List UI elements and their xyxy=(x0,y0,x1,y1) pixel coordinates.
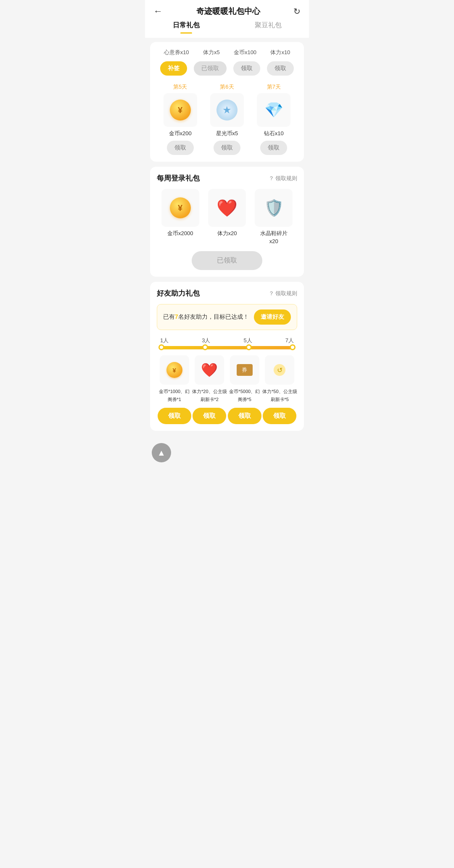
collect-day5[interactable]: 领取 xyxy=(167,141,194,155)
friend-collect-2[interactable]: 领取 xyxy=(228,408,261,424)
coin-icon-friend-0 xyxy=(166,362,182,378)
day-5-label: 第5天 xyxy=(159,83,201,91)
top-reward-2: 金币x100 xyxy=(234,49,256,56)
friend-rules-link[interactable]: ？ 领取规则 xyxy=(269,290,297,297)
weekly-claimed-button[interactable]: 已领取 xyxy=(192,251,262,270)
reward-item-day7: 钻石x10 xyxy=(253,93,295,137)
reward-item-day6: 星光币x5 xyxy=(206,93,248,137)
progress-label-0: 1人 xyxy=(160,337,169,344)
weekly-icon-heart: ❤️ xyxy=(208,189,246,227)
friend-progress: 1人 3人 5人 7人 xyxy=(157,337,297,350)
reward-name-day6: 星光币x5 xyxy=(216,130,238,136)
header: ← 奇迹暖暖礼包中心 ↻ xyxy=(145,0,309,17)
weekly-gift-card: 每周登录礼包 ？ 领取规则 金币x2000 ❤️ 体力x20 🛡 xyxy=(150,167,304,277)
days-label-row: 第5天 第6天 第7天 xyxy=(157,83,297,91)
weekly-rules-label: 领取规则 xyxy=(275,175,297,182)
back-button[interactable]: ← xyxy=(153,7,163,16)
reward-name-day7: 钻石x10 xyxy=(264,130,284,136)
progress-dot-0 xyxy=(158,344,164,350)
friend-collect-1[interactable]: 领取 xyxy=(193,408,226,424)
day-6-label: 第6天 xyxy=(206,83,248,91)
weekly-reward-1: ❤️ 体力x20 xyxy=(206,189,248,245)
reward-icon-day5 xyxy=(164,93,197,127)
daily-top-buttons: 补签 已领取 领取 领取 xyxy=(157,61,297,76)
collect-day6[interactable]: 领取 xyxy=(214,141,240,155)
friend-reward-name-1: 体力*20、公主级刷新卡*2 xyxy=(192,389,227,401)
friend-reward-2: 金币*5000、幻阁券*5 xyxy=(227,355,262,403)
diamond-icon-day7 xyxy=(263,100,284,121)
weekly-reward-0: 金币x2000 xyxy=(159,189,201,245)
tab-beans[interactable]: 聚豆礼包 xyxy=(227,21,309,38)
main-content: 心意券x10 体力x5 金币x100 体力x10 补签 已领取 领取 领取 第5… xyxy=(145,38,309,440)
friend-reward-name-3: 体力*50、公主级刷新卡*5 xyxy=(262,389,297,401)
friend-gift-card: 好友助力礼包 ？ 领取规则 已有7名好友助力，目标已达成！ 邀请好友 1人 3人… xyxy=(150,282,304,431)
friend-reward-icon-3 xyxy=(265,355,294,385)
progress-label-2: 5人 xyxy=(244,337,252,344)
invite-friend-button[interactable]: 邀请好友 xyxy=(254,309,291,325)
progress-dot-3 xyxy=(290,344,296,350)
page-title: 奇迹暖暖礼包中心 xyxy=(163,6,293,17)
reward-item-day5: 金币x200 xyxy=(159,93,201,137)
weekly-reward-items: 金币x2000 ❤️ 体力x20 🛡️ 水晶鞋碎片 x20 xyxy=(157,189,297,245)
friend-reward-name-2: 金币*5000、幻阁券*5 xyxy=(229,389,260,401)
up-icon: ▲ xyxy=(157,448,166,458)
friend-reward-3: 体力*50、公主级刷新卡*5 xyxy=(262,355,298,403)
weekly-icon-coin xyxy=(161,189,199,227)
tab-bar: 日常礼包 聚豆礼包 xyxy=(145,17,309,38)
weekly-title: 每周登录礼包 xyxy=(157,173,200,183)
supplement-button[interactable]: 补签 xyxy=(160,61,187,76)
weekly-name-2: 水晶鞋碎片 x20 xyxy=(260,230,288,244)
reward-icon-day7 xyxy=(257,93,290,127)
reward-name-day5: 金币x200 xyxy=(169,130,192,136)
refresh-button[interactable]: ↻ xyxy=(293,6,301,16)
weekly-reward-2: 🛡️ 水晶鞋碎片 x20 xyxy=(253,189,295,245)
top-reward-0: 心意券x10 xyxy=(164,49,189,56)
heart-icon-friend: ❤️ xyxy=(201,362,218,378)
collect-button-0[interactable]: 领取 xyxy=(233,61,260,76)
heart-icon-weekly: ❤️ xyxy=(216,198,238,218)
progress-labels: 1人 3人 5人 7人 xyxy=(157,337,297,344)
progress-dot-1 xyxy=(202,344,208,350)
weekly-header: 每周登录礼包 ？ 领取规则 xyxy=(157,173,297,183)
collect-day7[interactable]: 领取 xyxy=(260,141,287,155)
friend-collect-3[interactable]: 领取 xyxy=(263,408,296,424)
collect-button-1[interactable]: 领取 xyxy=(267,61,294,76)
friend-reward-icon-2 xyxy=(230,355,259,385)
friend-collect-0[interactable]: 领取 xyxy=(158,408,191,424)
friend-rewards: 金币*1000、幻阁券*1 ❤️ 体力*20、公主级刷新卡*2 金币*5000、… xyxy=(157,355,297,403)
top-reward-3: 体力x10 xyxy=(270,49,290,56)
weekly-rules-link[interactable]: ？ 领取规则 xyxy=(269,175,297,182)
friend-reward-1: ❤️ 体力*20、公主级刷新卡*2 xyxy=(192,355,227,403)
friend-header: 好友助力礼包 ？ 领取规则 xyxy=(157,288,297,298)
friend-reward-icon-0 xyxy=(160,355,189,385)
progress-label-1: 3人 xyxy=(202,337,210,344)
daily-collect-buttons: 领取 领取 领取 xyxy=(157,141,297,155)
friend-banner-text: 已有7名好友助力，目标已达成！ xyxy=(163,313,249,321)
refresh-icon-friend xyxy=(274,364,285,376)
progress-dot-2 xyxy=(246,344,252,350)
friend-reward-icon-1: ❤️ xyxy=(195,355,224,385)
shield-icon-weekly: 🛡️ xyxy=(264,199,284,217)
reward-icon-day6 xyxy=(210,93,244,127)
friend-reward-name-0: 金币*1000、幻阁券*1 xyxy=(159,389,190,401)
friend-title: 好友助力礼包 xyxy=(157,288,200,298)
progress-track xyxy=(160,346,294,349)
scroll-up-button[interactable]: ▲ xyxy=(152,443,171,462)
tab-daily[interactable]: 日常礼包 xyxy=(145,21,227,38)
daily-reward-items: 金币x200 星光币x5 钻石x10 xyxy=(157,93,297,137)
friend-rules-label: 领取规则 xyxy=(275,290,297,297)
star-icon-day6 xyxy=(216,100,238,121)
day-7-label: 第7天 xyxy=(253,83,295,91)
question-icon-friend: ？ xyxy=(269,290,274,297)
claimed-button-0[interactable]: 已领取 xyxy=(194,61,227,76)
weekly-icon-shield: 🛡️ xyxy=(255,189,293,227)
friend-reward-0: 金币*1000、幻阁券*1 xyxy=(157,355,192,403)
friend-banner: 已有7名好友助力，目标已达成！ 邀请好友 xyxy=(157,304,297,330)
coin-icon-day5 xyxy=(170,100,191,121)
coin-icon-weekly xyxy=(170,197,191,218)
voucher-icon-friend xyxy=(237,364,253,376)
progress-label-3: 7人 xyxy=(285,337,294,344)
daily-top-rewards: 心意券x10 体力x5 金币x100 体力x10 xyxy=(157,49,297,56)
weekly-name-0: 金币x2000 xyxy=(167,230,193,236)
progress-fill xyxy=(160,346,294,349)
